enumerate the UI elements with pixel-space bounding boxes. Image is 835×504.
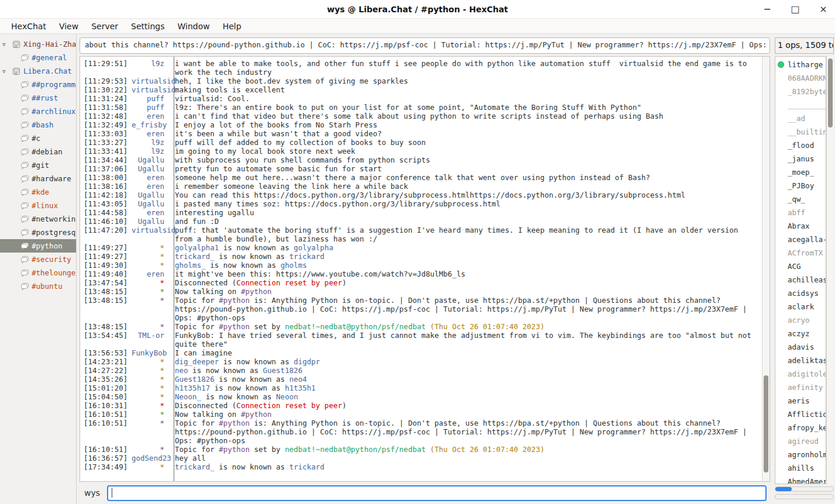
- userlist-item[interactable]: 068AADRKN: [775, 71, 826, 85]
- userlist-item[interactable]: Abrax: [775, 219, 826, 233]
- userlist-item[interactable]: _moep_: [775, 165, 826, 179]
- nick[interactable]: e_frisby: [132, 120, 170, 129]
- userlist-item[interactable]: aefinity: [775, 381, 826, 394]
- event-marker[interactable]: *: [132, 252, 170, 261]
- tree-item-bash[interactable]: #bash: [0, 118, 76, 132]
- userlist-item[interactable]: agireud: [775, 434, 826, 448]
- menu-window[interactable]: Window: [171, 20, 216, 32]
- tree-item-general[interactable]: #general: [0, 51, 76, 64]
- tree-item-security[interactable]: #security: [0, 253, 76, 266]
- userlist-item[interactable]: acegalla-: [775, 233, 826, 246]
- nick[interactable]: eren: [132, 270, 170, 278]
- event-marker[interactable]: *: [132, 462, 170, 471]
- userlist-item[interactable]: adeliktas: [775, 354, 826, 367]
- tree-item-libera.chat[interactable]: ▽Libera.Chat: [0, 64, 76, 78]
- tree-item-postgresql[interactable]: #postgresql: [0, 226, 76, 239]
- link[interactable]: is: Anything Python is on-topic. | Don't…: [175, 296, 751, 322]
- userlist-item[interactable]: _8192byte: [775, 85, 826, 98]
- nick[interactable]: l9z: [132, 147, 170, 156]
- userlist-item[interactable]: _janus: [775, 152, 826, 165]
- event-marker[interactable]: *: [132, 322, 170, 331]
- nick[interactable]: virtualsid: [132, 85, 170, 94]
- tree-item-networking[interactable]: #networking: [0, 212, 76, 226]
- nick[interactable]: Ugallu: [132, 156, 170, 164]
- tree-item-c[interactable]: #c: [0, 132, 76, 145]
- userlist-item[interactable]: afropy_ke: [775, 421, 826, 434]
- event-marker[interactable]: *: [132, 384, 170, 392]
- userlist-item[interactable]: ACfromTX: [775, 246, 826, 260]
- nick[interactable]: eren: [132, 173, 170, 182]
- nick[interactable]: Ugallu: [132, 191, 170, 199]
- message-input[interactable]: [107, 485, 767, 501]
- userlist-item[interactable]: acryo: [775, 313, 826, 327]
- menu-help[interactable]: Help: [216, 20, 248, 32]
- event-marker[interactable]: *: [132, 243, 170, 252]
- nick[interactable]: Ugallu: [132, 217, 170, 226]
- expander-icon[interactable]: ▽: [2, 42, 11, 47]
- tree-item-programming[interactable]: ##programming: [0, 78, 76, 91]
- maximize-icon[interactable]: □: [789, 5, 801, 14]
- tree-item-archlinux[interactable]: #archlinux: [0, 105, 76, 118]
- own-nick-label[interactable]: wys: [84, 488, 100, 498]
- event-marker[interactable]: *: [132, 392, 170, 401]
- event-marker[interactable]: *: [132, 366, 170, 375]
- event-marker[interactable]: *: [132, 445, 170, 454]
- userlist-item[interactable]: _PJBoy: [775, 179, 826, 192]
- nick[interactable]: eren: [132, 182, 170, 191]
- event-marker[interactable]: *: [132, 261, 170, 270]
- nick[interactable]: eren: [132, 129, 170, 138]
- event-marker[interactable]: *: [132, 419, 170, 445]
- link[interactable]: i pasted many times soz: https://docs.py…: [175, 199, 501, 208]
- userlist-item[interactable]: ACG: [775, 260, 826, 273]
- nick[interactable]: puff: [132, 94, 170, 103]
- tree-item-python[interactable]: #python: [0, 239, 76, 253]
- nick[interactable]: virtualsid: [132, 77, 170, 85]
- nick[interactable]: Ugallu: [132, 164, 170, 173]
- userlist-item[interactable]: agronholm: [775, 448, 826, 461]
- tree-item-git[interactable]: #git: [0, 158, 76, 172]
- nick[interactable]: eren: [132, 208, 170, 217]
- chat-scrollbar-thumb[interactable]: [764, 375, 768, 473]
- tree-item-linux[interactable]: #linux: [0, 199, 76, 212]
- menu-settings[interactable]: Settings: [125, 20, 171, 32]
- link[interactable]: is: Anything Python is on-topic. | Don't…: [175, 419, 751, 445]
- topic-input[interactable]: about this channel? https://pound-python…: [80, 37, 770, 54]
- nick[interactable]: godSend23: [132, 454, 170, 462]
- event-marker[interactable]: *: [132, 410, 170, 419]
- userlist-item[interactable]: aeris: [775, 394, 826, 408]
- menu-server[interactable]: Server: [85, 20, 125, 32]
- nick[interactable]: eren: [132, 112, 170, 120]
- userlist-item[interactable]: _qw_: [775, 192, 826, 206]
- expander-icon[interactable]: ▽: [2, 68, 11, 74]
- close-icon[interactable]: ×: [817, 5, 829, 14]
- userlist-item[interactable]: litharge: [775, 58, 826, 71]
- event-marker[interactable]: *: [132, 296, 170, 322]
- tree-item-debian[interactable]: #debian: [0, 145, 76, 158]
- link[interactable]: You can read this https://docs.python.or…: [175, 191, 685, 199]
- nick[interactable]: l9z: [132, 138, 170, 147]
- userlist-item[interactable]: adavis: [775, 340, 826, 354]
- userlist-scrollbar-thumb[interactable]: [828, 58, 833, 127]
- nick[interactable]: puff: [132, 103, 170, 112]
- userlist-item[interactable]: adigitole: [775, 367, 826, 381]
- userlist-item[interactable]: _flood: [775, 139, 826, 152]
- tree-item-hardware[interactable]: #hardware: [0, 172, 76, 185]
- link[interactable]: it might've been this: https://www.youtu…: [175, 270, 465, 278]
- tree-item-kde[interactable]: #kde: [0, 185, 76, 199]
- event-marker[interactable]: *: [132, 287, 170, 296]
- menu-view[interactable]: View: [53, 20, 85, 32]
- userlist-item[interactable]: Affliction: [775, 408, 826, 421]
- tree-item-ubuntu[interactable]: #ubuntu: [0, 279, 76, 293]
- userlist-item[interactable]: aclark: [775, 300, 826, 313]
- userlist-item[interactable]: ahills: [775, 461, 826, 475]
- userlist-item[interactable]: abff: [775, 206, 826, 219]
- event-marker[interactable]: *: [132, 375, 170, 384]
- userlist-item[interactable]: acidsys: [775, 286, 826, 300]
- menu-hexchat[interactable]: HexChat: [5, 20, 53, 32]
- tree-item-thelounge[interactable]: #thelounge: [0, 266, 76, 279]
- userlist-item[interactable]: __builtin: [775, 125, 826, 139]
- userlist-item[interactable]: aczyz: [775, 327, 826, 340]
- nick[interactable]: Ugallu: [132, 199, 170, 208]
- minimize-icon[interactable]: −: [761, 5, 773, 14]
- userlist-item[interactable]: __ad: [775, 112, 826, 125]
